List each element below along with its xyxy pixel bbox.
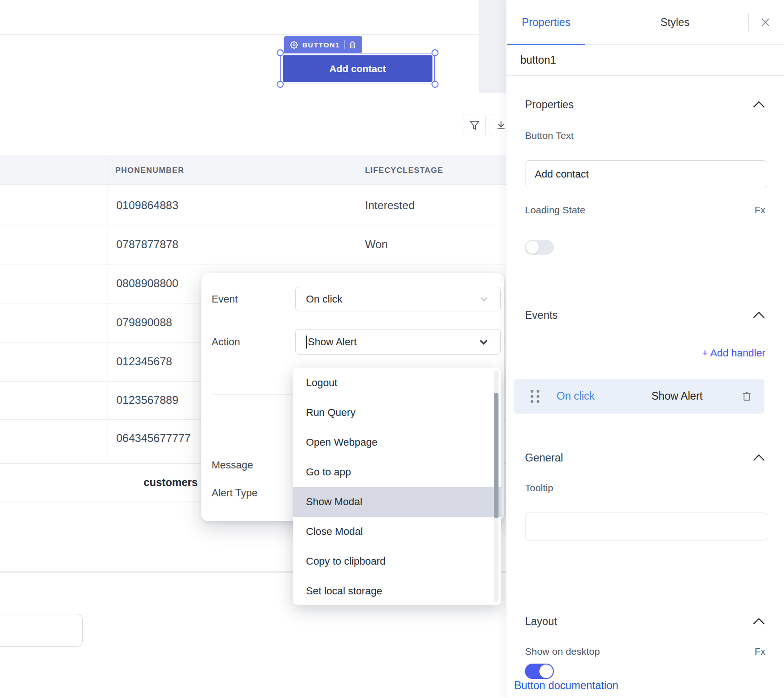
trash-icon [741, 390, 752, 402]
canvas-bottom-input[interactable] [0, 614, 83, 647]
resize-handle-bottom-right[interactable] [432, 81, 439, 88]
canvas-top-container [0, 0, 479, 35]
table-cell-phone[interactable]: 0787877878 [116, 237, 178, 251]
loading-state-toggle[interactable] [525, 240, 554, 255]
table-header-row: PHONENUMBER LIFECYCLESTAGE [0, 155, 506, 185]
chevron-down-icon [478, 293, 490, 305]
section-title: Layout [525, 615, 557, 628]
action-label: Action [212, 329, 240, 355]
show-on-desktop-label: Show on desktop [525, 641, 600, 662]
resize-handle-top-right[interactable] [432, 49, 439, 56]
message-label: Message [212, 452, 253, 478]
canvas-gutter [479, 0, 506, 93]
button-text-label: Button Text [525, 125, 574, 146]
section-title: General [525, 452, 563, 464]
event-label: Event [212, 287, 238, 311]
table-cell-stage[interactable]: Interested [365, 198, 415, 212]
loading-state-fx-button[interactable]: Fx [755, 200, 765, 220]
table-filter-button[interactable] [463, 114, 486, 136]
properties-panel: Properties Styles button1 Properties But… [506, 0, 784, 698]
section-divider [506, 595, 784, 595]
toggle-knob [539, 665, 553, 678]
action-options-dropdown: Logout Run Query Open Webpage Go to app … [293, 368, 501, 605]
dropdown-option-show-modal[interactable]: Show Modal [293, 487, 501, 517]
event-select[interactable]: On click [295, 287, 501, 311]
alert-type-label: Alert Type [212, 480, 258, 506]
table-cell-phone[interactable]: 064345677777 [116, 431, 191, 445]
section-divider [506, 445, 784, 445]
widget-name: button1 [520, 54, 556, 66]
button-text-input[interactable]: Add contact [525, 160, 767, 188]
widget-name-badge[interactable]: BUTTON1 [284, 36, 362, 53]
tab-properties[interactable]: Properties [507, 0, 585, 45]
show-on-desktop-fx-button[interactable]: Fx [755, 641, 765, 662]
table-title: customers [0, 476, 198, 489]
event-handler-row[interactable]: On click Show Alert [514, 379, 764, 414]
dropdown-option-open-webpage[interactable]: Open Webpage [293, 428, 501, 457]
section-layout-header[interactable]: Layout [525, 610, 765, 633]
section-events-header[interactable]: Events [525, 303, 765, 327]
close-icon [759, 16, 771, 28]
dropdown-scrollbar-thumb[interactable] [494, 393, 498, 518]
table-cell-phone[interactable]: 0808908800 [116, 277, 178, 290]
chevron-up-icon[interactable] [752, 454, 765, 461]
show-on-desktop-toggle[interactable] [525, 664, 554, 679]
table-cell-phone[interactable]: 012345678 [116, 355, 172, 369]
handler-event[interactable]: On click [557, 390, 595, 402]
resize-handle-top-left[interactable] [277, 49, 284, 56]
dropdown-option-run-query[interactable]: Run Query [293, 398, 501, 428]
table-cell-phone[interactable]: 079890088 [116, 316, 172, 329]
dropdown-option-close-modal[interactable]: Close Modal [293, 517, 501, 547]
add-contact-button[interactable]: Add contact [283, 55, 432, 82]
delete-handler-button[interactable] [741, 390, 752, 402]
filter-icon [469, 120, 480, 131]
panel-tab-bar: Properties Styles [506, 0, 784, 45]
delete-widget-icon[interactable] [349, 41, 356, 49]
chevron-up-icon[interactable] [752, 618, 765, 625]
section-properties-header[interactable]: Properties [525, 93, 765, 116]
toggle-knob [526, 241, 539, 254]
column-border [107, 155, 107, 458]
table-cell-stage[interactable]: Won [365, 237, 388, 251]
resize-handle-bottom-left[interactable] [277, 81, 284, 88]
table-cell-phone[interactable]: 0123567889 [116, 393, 178, 407]
tooltip-label: Tooltip [525, 478, 553, 498]
widget-name-row[interactable]: button1 [506, 45, 784, 76]
chevron-up-icon[interactable] [752, 311, 765, 319]
tab-styles[interactable]: Styles [637, 0, 713, 45]
section-title: Events [525, 309, 558, 322]
gear-icon[interactable] [290, 41, 298, 49]
widget-badge-label: BUTTON1 [302, 41, 340, 49]
close-panel-button[interactable] [754, 11, 777, 33]
app-builder: BUTTON1 Add contact PHONENUMBER LIFECYCL… [0, 0, 784, 698]
column-header-phonenumber[interactable]: PHONENUMBER [115, 155, 184, 185]
table-cell-phone[interactable]: 0109864883 [116, 198, 178, 212]
button-documentation-link[interactable]: Button documentation [514, 679, 618, 692]
badge-divider [344, 40, 345, 49]
section-divider [506, 294, 784, 294]
chevron-down-icon [477, 336, 490, 349]
text-cursor [306, 336, 307, 349]
row-divider [0, 264, 506, 264]
table-download-button[interactable] [490, 114, 506, 136]
column-header-lifecyclestage[interactable]: LIFECYCLESTAGE [365, 155, 444, 185]
dropdown-option-copy-to-clipboard[interactable]: Copy to clipboard [293, 547, 501, 576]
tooltip-input[interactable] [525, 513, 767, 540]
add-handler-link[interactable]: + Add handler [702, 343, 765, 363]
dropdown-option-logout[interactable]: Logout [293, 368, 501, 398]
button-text-value: Add contact [535, 168, 589, 180]
section-title: Properties [525, 99, 574, 111]
section-general-header[interactable]: General [525, 446, 765, 469]
event-select-value: On click [306, 293, 342, 305]
chevron-up-icon[interactable] [752, 101, 765, 108]
action-select-value: Show Alert [308, 336, 357, 348]
tab-separator [748, 13, 749, 32]
download-icon [496, 120, 506, 131]
dropdown-option-set-local-storage[interactable]: Set local storage [293, 576, 501, 605]
action-select[interactable]: Show Alert [295, 329, 501, 355]
loading-state-label: Loading State [525, 200, 585, 220]
drag-handle-icon[interactable] [531, 390, 539, 403]
handler-action[interactable]: Show Alert [651, 390, 703, 402]
dropdown-option-go-to-app[interactable]: Go to app [293, 457, 501, 487]
widget-selection-rect: Add contact [280, 53, 435, 84]
